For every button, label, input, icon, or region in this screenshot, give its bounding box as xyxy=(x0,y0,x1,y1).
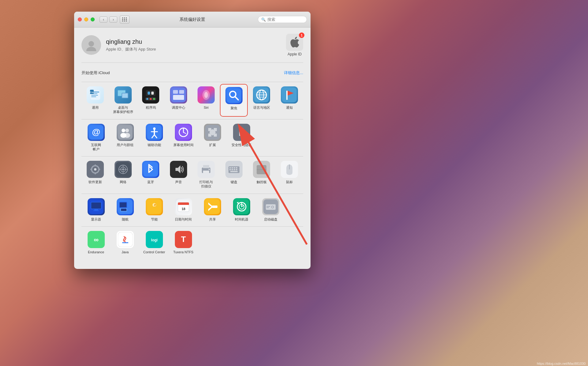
svg-point-62 xyxy=(241,133,242,134)
back-button[interactable]: ‹ xyxy=(100,17,107,23)
language-icon-svg xyxy=(254,88,269,102)
pref-item-java[interactable]: Java xyxy=(111,228,140,257)
icons-row-5: ∞ Endurance Java xyxy=(81,228,303,257)
pref-item-spotlight[interactable]: 聚焦 xyxy=(220,84,248,117)
minimize-button[interactable] xyxy=(84,17,88,21)
section-divider-2 xyxy=(81,119,303,119)
startup-label: 启动磁盘 xyxy=(264,217,277,221)
extensions-label: 扩展 xyxy=(209,143,216,147)
software-icon-svg xyxy=(88,162,103,177)
endurance-label: Endurance xyxy=(88,250,104,254)
notification-label: 通知 xyxy=(286,105,293,110)
pref-item-notification[interactable]: 通知 xyxy=(276,84,303,117)
pref-item-users[interactable]: 用户与群组 xyxy=(111,121,140,154)
icloud-link[interactable]: 详细信息... xyxy=(284,70,303,76)
grid-view-button[interactable] xyxy=(120,16,130,24)
endurance-icon-svg: ∞ xyxy=(89,232,104,247)
svg-point-0 xyxy=(89,41,94,47)
notification-icon xyxy=(281,86,298,104)
pref-item-language[interactable]: 语言与地区 xyxy=(248,84,275,117)
pref-item-logi[interactable]: logi Control Center xyxy=(140,228,169,257)
pref-item-battery[interactable]: 节能 xyxy=(140,196,169,224)
window-title: 系统偏好设置 xyxy=(179,17,205,22)
keyboard-icon xyxy=(225,161,243,178)
apple-id-button[interactable]: 1 Apple ID xyxy=(286,34,303,56)
nav-buttons: ‹ › xyxy=(100,17,117,23)
pref-item-extensions[interactable]: 扩展 xyxy=(198,121,227,154)
pref-item-general[interactable]: File 通用 xyxy=(81,84,109,117)
spotlight-icon xyxy=(225,87,243,104)
bluetooth-label: 蓝牙 xyxy=(147,180,154,184)
forward-icon: › xyxy=(113,17,114,22)
pref-item-mission[interactable]: 调度中心 xyxy=(164,84,192,117)
network-icon xyxy=(115,161,132,178)
search-input[interactable] xyxy=(267,17,303,22)
startup-icon xyxy=(262,198,279,215)
pref-item-security[interactable]: 安全性与隐私 xyxy=(227,121,256,154)
network-icon-svg xyxy=(116,162,130,177)
display-icon xyxy=(88,198,105,215)
pref-item-startup[interactable]: 启动磁盘 xyxy=(256,196,285,224)
svg-rect-92 xyxy=(232,169,233,170)
pref-item-endurance[interactable]: ∞ Endurance xyxy=(81,228,111,257)
pref-item-timemachine[interactable]: 时间机器 xyxy=(227,196,256,224)
pref-item-datetime[interactable]: 18 MAY 日期与时间 xyxy=(169,196,198,224)
pref-item-bluetooth[interactable]: 蓝牙 xyxy=(137,158,165,191)
pref-item-tuxera[interactable]: T Tuxera NTFS xyxy=(169,228,198,257)
svg-point-131 xyxy=(272,206,273,208)
pref-item-sharing[interactable]: 共享 xyxy=(198,196,227,224)
bluetooth-icon xyxy=(142,161,159,178)
apple-id-icon: 1 xyxy=(286,34,303,51)
users-icon xyxy=(117,124,134,141)
java-label: Java xyxy=(122,250,129,254)
general-icon-svg: File xyxy=(89,89,101,101)
pref-item-screentime[interactable]: 屏幕使用时间 xyxy=(169,121,198,154)
pref-item-internet[interactable]: @ 互联网 帐户 xyxy=(81,121,111,154)
dock-icon xyxy=(142,86,159,104)
pref-item-mouse[interactable]: 鼠标 xyxy=(276,158,303,191)
svg-rect-69 xyxy=(90,169,92,170)
pref-item-keyboard[interactable]: 键盘 xyxy=(220,158,248,191)
user-section: qingliang zhu Apple ID、媒体与 App Store 1 A… xyxy=(81,34,303,63)
pref-item-network[interactable]: 网络 xyxy=(109,158,137,191)
endurance-icon: ∞ xyxy=(88,231,105,248)
svg-rect-14 xyxy=(122,93,128,98)
pref-item-software[interactable]: 软件更新 xyxy=(81,158,109,191)
search-box[interactable]: 🔍 xyxy=(258,16,307,23)
pref-item-desktop[interactable]: 桌面与 屏幕保护程序 xyxy=(109,84,137,117)
pref-item-accessibility[interactable]: 辅助功能 xyxy=(140,121,169,154)
forward-button[interactable]: › xyxy=(109,17,117,23)
pref-item-siri[interactable]: Siri xyxy=(192,84,220,117)
language-icon xyxy=(253,86,270,104)
battery-label: 节能 xyxy=(151,217,158,221)
security-label: 安全性与隐私 xyxy=(232,143,252,147)
svg-rect-132 xyxy=(266,206,270,207)
svg-point-48 xyxy=(124,133,130,138)
internet-icon: @ xyxy=(88,124,105,141)
pref-item-printer[interactable]: 打印机与 扫描仪 xyxy=(192,158,220,191)
spotlight-icon-svg xyxy=(227,88,241,103)
dock-label: 程序坞 xyxy=(146,105,156,110)
apple-logo-icon xyxy=(290,37,300,48)
pref-item-trackpad[interactable]: 触控板 xyxy=(248,158,276,191)
svg-rect-17 xyxy=(146,98,148,100)
svg-rect-77 xyxy=(143,162,158,177)
svg-rect-88 xyxy=(232,167,233,168)
pref-item-dock[interactable]: 程序坞 xyxy=(137,84,164,117)
pref-item-display[interactable]: 显示器 xyxy=(81,196,111,224)
printer-label: 打印机与 扫描仪 xyxy=(199,180,213,189)
network-label: 网络 xyxy=(120,180,126,184)
svg-rect-104 xyxy=(94,209,98,210)
desktop-icon-svg xyxy=(117,89,130,101)
maximize-button[interactable] xyxy=(91,17,95,21)
close-button[interactable] xyxy=(78,17,82,21)
siri-icon xyxy=(198,86,215,104)
icloud-text: 开始使用 iCloud xyxy=(81,70,110,76)
security-icon xyxy=(233,124,250,141)
pref-item-sidecar[interactable]: 随航 xyxy=(111,196,140,224)
section-divider-4 xyxy=(81,194,303,194)
screentime-icon-svg xyxy=(176,125,191,140)
pref-item-sound[interactable]: 声音 xyxy=(165,158,193,191)
icons-row-2: @ 互联网 帐户 用户与群组 xyxy=(81,121,303,154)
title-bar: ‹ › 系统偏好设置 🔍 xyxy=(74,12,311,28)
